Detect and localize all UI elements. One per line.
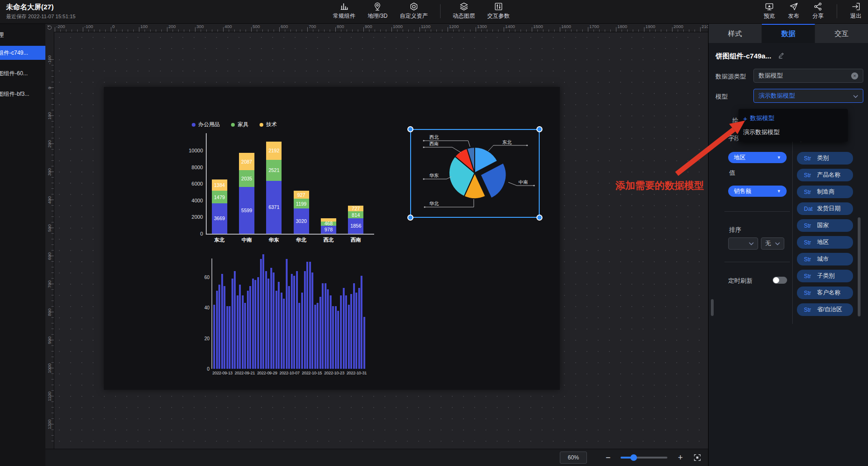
ruler-tick: [476, 27, 476, 32]
value-field-pill[interactable]: 销售额 ▼: [728, 186, 787, 197]
field-pill[interactable]: Str省/自治区: [797, 303, 853, 316]
ruler-tick: [51, 99, 54, 99]
histogram-bar: [262, 254, 264, 369]
tab-交互[interactable]: 交互: [815, 23, 868, 43]
add-data-model-option[interactable]: + 数据模型: [738, 111, 848, 125]
histogram-bar: [293, 276, 295, 369]
selection-handle[interactable]: [407, 126, 413, 132]
field-pill[interactable]: Str制造商: [797, 186, 853, 198]
selection-handle[interactable]: [536, 215, 542, 221]
ruler-tick: [51, 250, 54, 251]
layer-item[interactable]: 组件-c749...: [0, 46, 45, 60]
y-axis-line: [206, 133, 207, 234]
ruler-tick: [51, 373, 54, 374]
histogram-bar: [337, 311, 339, 369]
ruler-tick: [156, 29, 156, 32]
ruler-tick: [694, 29, 695, 32]
field-type-badge: Str: [804, 155, 817, 162]
left-scrollbar-thumb[interactable]: [711, 299, 714, 316]
ruler-tick: [246, 29, 246, 32]
tool-label: 动态图层: [453, 12, 475, 20]
ruler-tick: [633, 29, 633, 32]
ruler-tick: [358, 29, 358, 32]
ruler-tick-label: 1500: [533, 24, 543, 29]
histogram-bar: [298, 303, 300, 369]
zoom-level-input[interactable]: 60%: [560, 452, 587, 464]
timed-refresh-toggle[interactable]: [773, 277, 787, 284]
selection-handle[interactable]: [407, 215, 413, 221]
stacked-bar-chart-component[interactable]: 办公用品家具技术02000400060008000100003669147913…: [159, 100, 379, 243]
datasource-type-input[interactable]: 数据模型 ×: [753, 69, 863, 83]
histogram-bar: [224, 286, 225, 369]
field-pill[interactable]: Str国家: [797, 219, 853, 232]
canvas-area[interactable]: 办公用品家具技术02000400060008000100003669147913…: [54, 32, 708, 449]
ruler-reset-button[interactable]: [45, 23, 54, 32]
pie-chart-component-selected[interactable]: 东北中南华北华东西南西北: [410, 129, 540, 218]
action-preview[interactable]: 预览: [764, 2, 775, 20]
edit-title-button[interactable]: [778, 51, 785, 61]
layer-item[interactable]: 图组件-bf3...: [0, 87, 45, 101]
date-label: 2022-09-13: [212, 371, 232, 375]
pie-label-dot: [526, 144, 528, 146]
selection-handle[interactable]: [536, 126, 542, 132]
dimension-field-pill[interactable]: 地区 ▼: [728, 152, 787, 163]
ruler-tick-label: 1800: [617, 24, 627, 29]
histogram-bar: [327, 289, 329, 369]
action-publish[interactable]: 发布: [788, 2, 799, 20]
histogram-bar: [273, 272, 275, 369]
model-select[interactable]: 演示数据模型: [753, 89, 863, 103]
chevron-down-icon: [853, 93, 858, 100]
ruler-tick-label: 0: [112, 24, 115, 29]
action-exit[interactable]: 退出: [850, 2, 861, 20]
design-canvas[interactable]: 办公用品家具技术02000400060008000100003669147913…: [104, 87, 560, 390]
field-pill[interactable]: Str地区: [797, 236, 853, 249]
ruler-tick: [51, 82, 54, 82]
zoom-in-button[interactable]: +: [678, 453, 683, 462]
histogram-bar: [265, 271, 267, 369]
field-pill[interactable]: Str城市: [797, 253, 853, 265]
model-option[interactable]: 演示数据模型: [738, 125, 848, 139]
tool-interaction-params[interactable]: 交互参数: [487, 2, 510, 20]
histogram-chart-component[interactable]: 02040602022-09-132022-09-212022-09-29202…: [201, 245, 379, 381]
model-select-value: 演示数据模型: [759, 92, 795, 100]
fit-to-screen-button[interactable]: [693, 453, 702, 462]
map-pin-icon: [373, 2, 382, 11]
histogram-bar: [345, 295, 347, 369]
zoom-slider[interactable]: [621, 457, 667, 459]
bar-segment: 1856: [348, 218, 363, 234]
tool-regular-components[interactable]: 常规组件: [333, 2, 355, 20]
histogram-bar: [309, 262, 311, 369]
clear-icon[interactable]: ×: [851, 72, 858, 79]
field-pill[interactable]: Str产品名称: [797, 169, 853, 181]
field-pill[interactable]: Dat发货日期: [797, 202, 853, 215]
ruler-tick: [274, 29, 274, 32]
tool-dynamic-layers[interactable]: 动态图层: [453, 2, 475, 20]
field-pill[interactable]: Str客户名称: [797, 287, 853, 299]
field-pill[interactable]: Str类别: [797, 152, 853, 165]
x-axis-category-label: 华东: [260, 237, 288, 244]
ruler-tick: [88, 29, 89, 32]
tool-geo-3d[interactable]: 地理/3D: [368, 2, 388, 20]
ruler-tick-label: -100: [47, 55, 52, 64]
ruler-tick: [51, 430, 54, 430]
tab-数据[interactable]: 数据: [762, 23, 815, 43]
ruler-tick: [184, 29, 184, 32]
pie-slice-label: 中南: [519, 179, 528, 185]
ruler-tick: [330, 29, 330, 32]
ruler-tick: [51, 357, 54, 357]
ruler-tick: [51, 166, 54, 166]
action-share[interactable]: 分享: [812, 2, 824, 20]
sort-order-select[interactable]: 无: [761, 237, 784, 250]
right-scrollbar-thumb[interactable]: [858, 217, 861, 316]
ruler-tick: [453, 29, 454, 32]
layer-item[interactable]: 图组件-60...: [0, 66, 45, 80]
tool-custom-assets[interactable]: 自定义资产: [400, 2, 428, 20]
field-pill[interactable]: Str子类别: [797, 270, 853, 282]
ruler-tick: [302, 29, 302, 32]
zoom-slider-knob[interactable]: [630, 454, 637, 461]
zoom-out-button[interactable]: −: [606, 453, 611, 462]
sort-field-select[interactable]: [728, 237, 758, 250]
ruler-tick-label: 200: [168, 24, 176, 29]
tab-样式[interactable]: 样式: [709, 23, 762, 43]
exit-icon: [851, 2, 861, 11]
